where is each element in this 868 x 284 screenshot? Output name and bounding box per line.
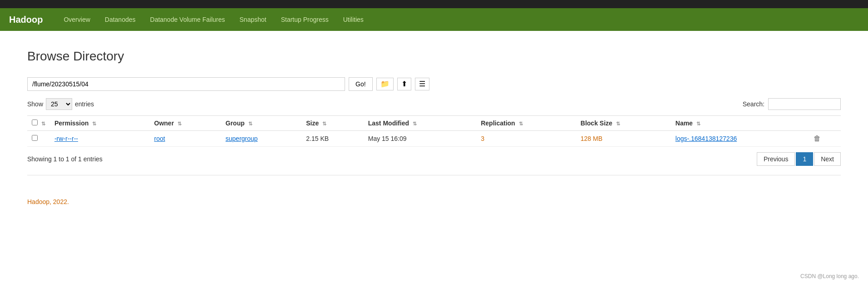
nav-link-datanode-volume-failures[interactable]: Datanode Volume Failures xyxy=(143,10,232,30)
sort-icon-permission[interactable]: ⇅ xyxy=(92,121,96,126)
pagination: Previous 1 Next xyxy=(757,152,841,166)
list-icon-button[interactable]: ☰ xyxy=(415,78,429,90)
group-link[interactable]: supergroup xyxy=(226,135,258,142)
replication-link[interactable]: 3 xyxy=(481,135,484,142)
th-group: Group ⇅ xyxy=(221,116,302,131)
delete-icon[interactable]: 🗑 xyxy=(814,135,821,142)
search-right: Search: xyxy=(743,98,841,110)
th-last-modified: Last Modified ⇅ xyxy=(364,116,476,131)
sort-icon-last-modified[interactable]: ⇅ xyxy=(413,121,417,126)
select-all-checkbox[interactable] xyxy=(32,120,38,125)
cell-permission: -rw-r--r-- xyxy=(50,131,150,147)
cell-replication: 3 xyxy=(476,131,576,147)
folder-icon: 📁 xyxy=(380,80,390,88)
previous-button[interactable]: Previous xyxy=(757,152,795,166)
cell-group: supergroup xyxy=(221,131,302,147)
folder-icon-button[interactable]: 📁 xyxy=(376,78,394,90)
page-1-button[interactable]: 1 xyxy=(796,152,813,166)
nav-links: Overview Datanodes Datanode Volume Failu… xyxy=(56,10,370,30)
block-size-value: 128 MB xyxy=(581,135,602,142)
entries-label: entries xyxy=(75,100,94,108)
owner-link[interactable]: root xyxy=(154,135,165,142)
row-checkbox[interactable] xyxy=(32,135,38,141)
footer: Hadoop, 2022. xyxy=(27,198,841,205)
main-content: Browse Directory Go! 📁 ⬆ ☰ Show 25 10 50… xyxy=(0,31,868,224)
upload-icon-button[interactable]: ⬆ xyxy=(397,78,411,90)
show-row: Show 25 10 50 100 entries Search: xyxy=(27,98,841,110)
next-button[interactable]: Next xyxy=(814,152,841,166)
sort-icon-block-size[interactable]: ⇅ xyxy=(616,121,620,126)
show-left: Show 25 10 50 100 entries xyxy=(27,98,94,110)
page-title: Browse Directory xyxy=(27,49,841,64)
bottom-row: Showing 1 to 1 of 1 entries Previous 1 N… xyxy=(27,152,841,166)
divider xyxy=(27,175,841,175)
sort-icon-replication[interactable]: ⇅ xyxy=(519,121,523,126)
cell-delete: 🗑 xyxy=(809,131,841,147)
th-owner: Owner ⇅ xyxy=(150,116,221,131)
upload-icon: ⬆ xyxy=(401,80,407,88)
search-label: Search: xyxy=(743,100,764,108)
table-body: -rw-r--r-- root supergroup 2.15 KB May 1… xyxy=(27,131,841,147)
sort-icon-size[interactable]: ⇅ xyxy=(322,121,326,126)
list-icon: ☰ xyxy=(419,80,425,88)
nav-link-datanodes[interactable]: Datanodes xyxy=(98,10,143,30)
th-name: Name ⇅ xyxy=(671,116,809,131)
footer-text: Hadoop, 2022. xyxy=(27,198,69,205)
row-checkbox-cell xyxy=(27,131,50,147)
file-name-link[interactable]: logs-.1684138127236 xyxy=(676,135,737,142)
nav-link-startup-progress[interactable]: Startup Progress xyxy=(274,10,336,30)
table-header-row: ⇅ Permission ⇅ Owner ⇅ Group ⇅ Size ⇅ xyxy=(27,116,841,131)
permission-link[interactable]: -rw-r--r-- xyxy=(54,135,78,142)
go-button[interactable]: Go! xyxy=(349,77,373,91)
path-input[interactable] xyxy=(27,77,345,91)
navbar-brand[interactable]: Hadoop xyxy=(9,15,43,25)
nav-link-snapshot[interactable]: Snapshot xyxy=(232,10,274,30)
th-block-size: Block Size ⇅ xyxy=(576,116,671,131)
path-row: Go! 📁 ⬆ ☰ xyxy=(27,77,841,91)
table-row: -rw-r--r-- root supergroup 2.15 KB May 1… xyxy=(27,131,841,147)
table-head: ⇅ Permission ⇅ Owner ⇅ Group ⇅ Size ⇅ xyxy=(27,116,841,131)
showing-text: Showing 1 to 1 of 1 entries xyxy=(27,155,103,163)
sort-icon-owner[interactable]: ⇅ xyxy=(178,121,182,126)
th-replication: Replication ⇅ xyxy=(476,116,576,131)
cell-block-size: 128 MB xyxy=(576,131,671,147)
nav-link-utilities[interactable]: Utilities xyxy=(336,10,371,30)
th-actions xyxy=(809,116,841,131)
sort-icon-name[interactable]: ⇅ xyxy=(696,121,700,126)
search-input[interactable] xyxy=(768,98,841,110)
nav-link-overview[interactable]: Overview xyxy=(56,10,97,30)
th-permission: Permission ⇅ xyxy=(50,116,150,131)
select-all-header: ⇅ xyxy=(27,116,50,131)
show-label: Show xyxy=(27,100,43,108)
sort-icon-group[interactable]: ⇅ xyxy=(248,121,252,126)
cell-last-modified: May 15 16:09 xyxy=(364,131,476,147)
cell-owner: root xyxy=(150,131,221,147)
directory-table: ⇅ Permission ⇅ Owner ⇅ Group ⇅ Size ⇅ xyxy=(27,115,841,147)
th-size: Size ⇅ xyxy=(301,116,363,131)
cell-name: logs-.1684138127236 xyxy=(671,131,809,147)
navbar: Hadoop Overview Datanodes Datanode Volum… xyxy=(0,8,868,31)
browser-bar xyxy=(0,0,868,8)
cell-size: 2.15 KB xyxy=(301,131,363,147)
show-select[interactable]: 25 10 50 100 xyxy=(46,98,72,110)
sort-icon-select: ⇅ xyxy=(41,121,45,126)
